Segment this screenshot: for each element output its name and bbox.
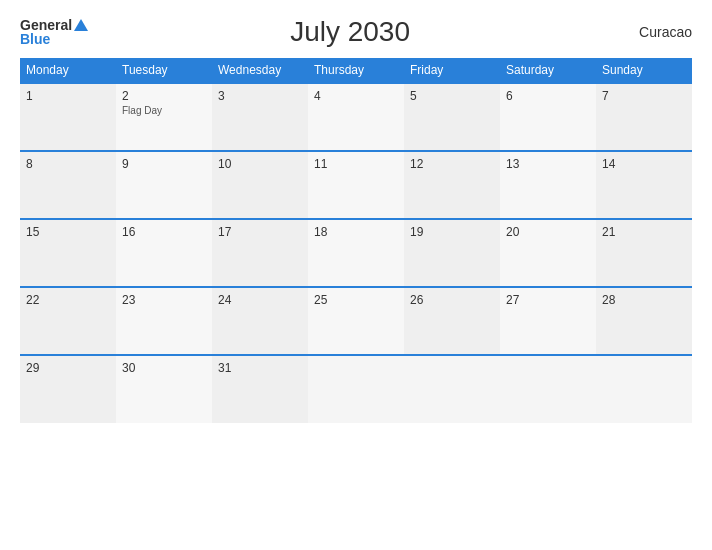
day-number: 24 xyxy=(218,293,302,307)
day-number: 15 xyxy=(26,225,110,239)
calendar-cell: 10 xyxy=(212,151,308,219)
week-row-3: 15161718192021 xyxy=(20,219,692,287)
day-number: 13 xyxy=(506,157,590,171)
day-number: 31 xyxy=(218,361,302,375)
week-row-1: 12Flag Day34567 xyxy=(20,83,692,151)
logo-general-text: General xyxy=(20,18,72,32)
day-number: 1 xyxy=(26,89,110,103)
calendar-cell: 18 xyxy=(308,219,404,287)
calendar-cell: 2Flag Day xyxy=(116,83,212,151)
day-number: 16 xyxy=(122,225,206,239)
weekday-header-saturday: Saturday xyxy=(500,58,596,83)
calendar-cell: 8 xyxy=(20,151,116,219)
day-number: 17 xyxy=(218,225,302,239)
calendar-cell: 31 xyxy=(212,355,308,423)
calendar-cell: 24 xyxy=(212,287,308,355)
weekday-header-wednesday: Wednesday xyxy=(212,58,308,83)
day-number: 28 xyxy=(602,293,686,307)
calendar-cell: 29 xyxy=(20,355,116,423)
calendar-cell: 15 xyxy=(20,219,116,287)
day-number: 8 xyxy=(26,157,110,171)
calendar-cell: 19 xyxy=(404,219,500,287)
weekday-header-monday: Monday xyxy=(20,58,116,83)
day-number: 19 xyxy=(410,225,494,239)
calendar-cell: 5 xyxy=(404,83,500,151)
calendar-cell: 20 xyxy=(500,219,596,287)
calendar-cell: 22 xyxy=(20,287,116,355)
day-number: 25 xyxy=(314,293,398,307)
calendar-cell: 3 xyxy=(212,83,308,151)
day-number: 23 xyxy=(122,293,206,307)
calendar-table: MondayTuesdayWednesdayThursdayFridaySatu… xyxy=(20,58,692,423)
day-number: 22 xyxy=(26,293,110,307)
calendar-title: July 2030 xyxy=(88,16,612,48)
calendar-cell: 12 xyxy=(404,151,500,219)
calendar-cell: 7 xyxy=(596,83,692,151)
day-number: 27 xyxy=(506,293,590,307)
calendar-cell: 6 xyxy=(500,83,596,151)
day-number: 21 xyxy=(602,225,686,239)
calendar-cell: 14 xyxy=(596,151,692,219)
calendar-cell xyxy=(308,355,404,423)
weekday-header-sunday: Sunday xyxy=(596,58,692,83)
day-number: 10 xyxy=(218,157,302,171)
calendar-cell xyxy=(596,355,692,423)
calendar-cell xyxy=(404,355,500,423)
header: General Blue July 2030 Curacao xyxy=(20,16,692,48)
weekday-header-row: MondayTuesdayWednesdayThursdayFridaySatu… xyxy=(20,58,692,83)
weekday-header-thursday: Thursday xyxy=(308,58,404,83)
day-number: 4 xyxy=(314,89,398,103)
day-number: 6 xyxy=(506,89,590,103)
calendar-cell: 21 xyxy=(596,219,692,287)
day-number: 12 xyxy=(410,157,494,171)
day-number: 3 xyxy=(218,89,302,103)
day-number: 7 xyxy=(602,89,686,103)
day-number: 18 xyxy=(314,225,398,239)
week-row-5: 293031 xyxy=(20,355,692,423)
week-row-4: 22232425262728 xyxy=(20,287,692,355)
calendar-cell: 26 xyxy=(404,287,500,355)
calendar-cell: 17 xyxy=(212,219,308,287)
logo: General Blue xyxy=(20,18,88,46)
calendar-cell: 16 xyxy=(116,219,212,287)
day-number: 29 xyxy=(26,361,110,375)
region-label: Curacao xyxy=(612,24,692,40)
day-number: 11 xyxy=(314,157,398,171)
calendar-cell: 23 xyxy=(116,287,212,355)
calendar-cell: 4 xyxy=(308,83,404,151)
calendar-cell xyxy=(500,355,596,423)
calendar-cell: 9 xyxy=(116,151,212,219)
calendar-cell: 30 xyxy=(116,355,212,423)
weekday-header-tuesday: Tuesday xyxy=(116,58,212,83)
week-row-2: 891011121314 xyxy=(20,151,692,219)
day-number: 2 xyxy=(122,89,206,103)
logo-blue-text: Blue xyxy=(20,32,50,46)
calendar-cell: 1 xyxy=(20,83,116,151)
day-number: 14 xyxy=(602,157,686,171)
weekday-header-friday: Friday xyxy=(404,58,500,83)
calendar-page: General Blue July 2030 Curacao MondayTue… xyxy=(0,0,712,550)
logo-triangle-icon xyxy=(74,19,88,31)
holiday-label: Flag Day xyxy=(122,105,206,116)
day-number: 20 xyxy=(506,225,590,239)
day-number: 30 xyxy=(122,361,206,375)
calendar-cell: 13 xyxy=(500,151,596,219)
calendar-cell: 11 xyxy=(308,151,404,219)
calendar-cell: 25 xyxy=(308,287,404,355)
calendar-cell: 27 xyxy=(500,287,596,355)
day-number: 9 xyxy=(122,157,206,171)
day-number: 26 xyxy=(410,293,494,307)
calendar-cell: 28 xyxy=(596,287,692,355)
day-number: 5 xyxy=(410,89,494,103)
